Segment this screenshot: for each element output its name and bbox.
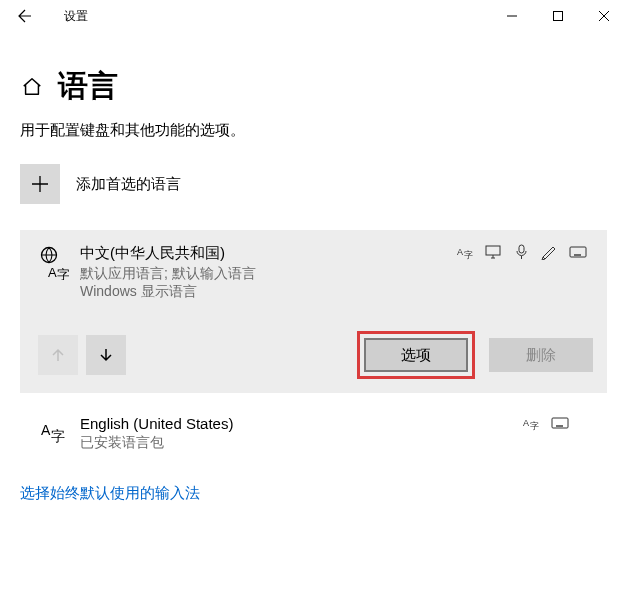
add-language-label: 添加首选的语言: [76, 175, 181, 194]
language-feature-icons: A字: [457, 244, 593, 301]
home-icon: [20, 75, 44, 99]
language-name: English (United States): [80, 415, 523, 432]
svg-text:A: A: [48, 265, 57, 280]
plus-icon: [20, 164, 60, 204]
add-language-button[interactable]: 添加首选的语言: [20, 164, 607, 204]
window-title: 设置: [46, 8, 88, 25]
svg-rect-6: [486, 246, 500, 255]
keyboard-icon: [569, 244, 587, 260]
maximize-button[interactable]: [535, 0, 581, 32]
delete-button: 删除: [489, 338, 593, 372]
svg-rect-0: [554, 12, 563, 21]
language-subtitle-2: Windows 显示语言: [80, 283, 457, 301]
svg-text:字: 字: [464, 250, 473, 260]
minimize-icon: [507, 11, 517, 21]
handwriting-icon: [541, 244, 559, 260]
text-icon: A字: [457, 244, 475, 260]
svg-text:字: 字: [51, 428, 65, 444]
svg-text:字: 字: [530, 421, 539, 431]
language-item-chinese[interactable]: A 字 中文(中华人民共和国) 默认应用语言; 默认输入语言 Windows 显…: [20, 230, 607, 393]
svg-rect-7: [519, 245, 524, 253]
language-item-english[interactable]: A 字 English (United States) 已安装语言包 A字: [20, 411, 607, 462]
keyboard-icon: [551, 415, 569, 431]
language-name: 中文(中华人民共和国): [80, 244, 457, 263]
microphone-icon: [513, 244, 531, 260]
svg-text:A: A: [41, 422, 51, 438]
back-button[interactable]: [0, 0, 46, 32]
close-button[interactable]: [581, 0, 627, 32]
svg-text:A: A: [457, 247, 463, 257]
delete-label: 删除: [526, 346, 556, 365]
language-subtitle-1: 默认应用语言; 默认输入语言: [80, 265, 457, 283]
page-description: 用于配置键盘和其他功能的选项。: [20, 121, 607, 140]
page-header: 语言: [20, 66, 607, 107]
text-icon: A字: [523, 415, 541, 431]
language-subtitle-1: 已安装语言包: [80, 434, 523, 452]
arrow-up-icon: [50, 347, 66, 363]
options-button[interactable]: 选项: [364, 338, 468, 372]
default-ime-link[interactable]: 选择始终默认使用的输入法: [20, 484, 200, 503]
minimize-button[interactable]: [489, 0, 535, 32]
options-highlight: 选项: [357, 331, 475, 379]
globe-az-icon: A 字: [38, 244, 70, 301]
page-title: 语言: [58, 66, 118, 107]
language-feature-icons: A字: [523, 415, 589, 452]
svg-text:字: 字: [57, 267, 69, 280]
arrow-left-icon: [15, 8, 31, 24]
az-icon: A 字: [38, 415, 70, 452]
close-icon: [599, 11, 609, 21]
options-label: 选项: [401, 346, 431, 365]
titlebar: 设置: [0, 0, 627, 32]
svg-text:A: A: [523, 418, 529, 428]
arrow-down-icon: [98, 347, 114, 363]
move-down-button[interactable]: [86, 335, 126, 375]
maximize-icon: [553, 11, 563, 21]
display-icon: [485, 244, 503, 260]
move-up-button: [38, 335, 78, 375]
